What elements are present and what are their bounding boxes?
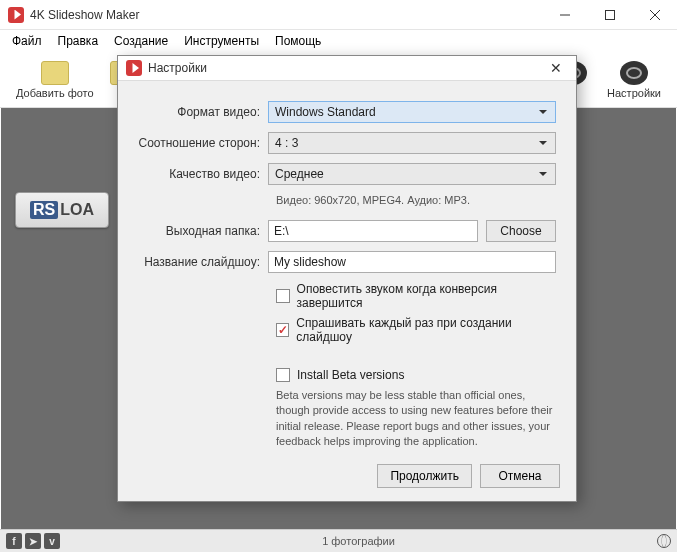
settings-button[interactable]: Настройки <box>599 59 669 101</box>
window-title: 4K Slideshow Maker <box>30 8 542 22</box>
social-icons: f ➤ v <box>6 533 60 549</box>
dialog-footer: Продолжить Отмена <box>118 450 576 502</box>
input-output-folder[interactable]: E:\ <box>268 220 478 242</box>
combo-aspect-ratio[interactable]: 4 : 3 <box>268 132 556 154</box>
settings-label: Настройки <box>607 87 661 99</box>
menubar: Файл Правка Создание Инструменты Помощь <box>0 30 677 52</box>
label-slideshow-name: Название слайдшоу: <box>138 255 268 269</box>
label-aspect-ratio: Соотношение сторон: <box>138 136 268 150</box>
minimize-button[interactable] <box>542 0 587 30</box>
checkbox-install-beta[interactable] <box>276 368 290 382</box>
quality-hint: Видео: 960x720, MPEG4. Аудио: MP3. <box>276 194 556 206</box>
input-slideshow-name[interactable]: My slideshow <box>268 251 556 273</box>
menu-file[interactable]: Файл <box>4 32 50 50</box>
dialog-app-icon <box>126 60 142 76</box>
beta-hint: Beta versions may be less stable than of… <box>276 388 556 450</box>
status-text: 1 фотографии <box>322 535 395 547</box>
maximize-button[interactable] <box>587 0 632 30</box>
status-bar: f ➤ v 1 фотографии <box>0 529 677 552</box>
label-video-format: Формат видео: <box>138 105 268 119</box>
combo-video-format[interactable]: Windows Standard <box>268 101 556 123</box>
label-sound-notify: Оповестить звуком когда конверсия заверш… <box>297 282 556 310</box>
checkbox-sound-notify[interactable] <box>276 289 290 303</box>
add-photo-button[interactable]: Добавить фото <box>8 59 102 101</box>
facebook-icon[interactable]: f <box>6 533 22 549</box>
logo-left: RS <box>30 201 58 219</box>
dialog-title: Настройки <box>148 61 544 75</box>
close-button[interactable] <box>632 0 677 30</box>
menu-edit[interactable]: Правка <box>50 32 107 50</box>
globe-icon[interactable] <box>657 534 671 548</box>
add-photo-label: Добавить фото <box>16 87 94 99</box>
twitter-icon[interactable]: ➤ <box>25 533 41 549</box>
label-ask-each-time: Спрашивать каждый раз при создании слайд… <box>296 316 556 344</box>
menu-help[interactable]: Помощь <box>267 32 329 50</box>
gear-icon <box>620 61 648 85</box>
svg-rect-1 <box>605 10 614 19</box>
choose-button[interactable]: Choose <box>486 220 556 242</box>
vimeo-icon[interactable]: v <box>44 533 60 549</box>
folder-photo-icon <box>41 61 69 85</box>
checkbox-ask-each-time[interactable] <box>276 323 289 337</box>
logo-right: LOA <box>60 201 94 219</box>
dialog-body: Формат видео: Windows Standard Соотношен… <box>118 81 576 450</box>
combo-video-quality[interactable]: Среднее <box>268 163 556 185</box>
window-titlebar: 4K Slideshow Maker <box>0 0 677 30</box>
dialog-close-button[interactable]: ✕ <box>544 56 568 80</box>
menu-create[interactable]: Создание <box>106 32 176 50</box>
label-video-quality: Качество видео: <box>138 167 268 181</box>
label-output-folder: Выходная папка: <box>138 224 268 238</box>
menu-tools[interactable]: Инструменты <box>176 32 267 50</box>
cancel-button[interactable]: Отмена <box>480 464 560 488</box>
logo-badge: RSLOA <box>15 192 109 228</box>
label-install-beta: Install Beta versions <box>297 368 404 382</box>
dialog-titlebar: Настройки ✕ <box>118 56 576 81</box>
settings-dialog: Настройки ✕ Формат видео: Windows Standa… <box>117 55 577 502</box>
continue-button[interactable]: Продолжить <box>377 464 472 488</box>
app-icon <box>8 7 24 23</box>
